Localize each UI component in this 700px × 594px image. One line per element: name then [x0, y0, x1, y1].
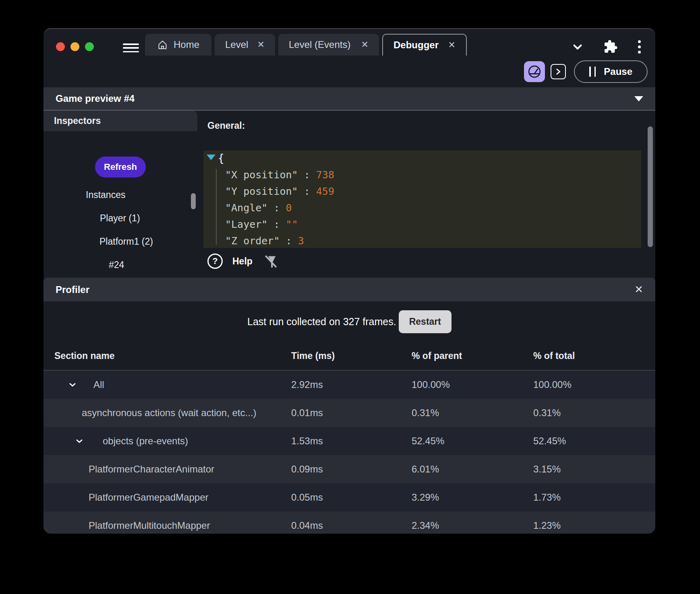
debugger-toolbar: Pause [43, 56, 655, 87]
kebab-icon [638, 40, 641, 43]
column-percent-total: % of total [533, 351, 655, 361]
column-time: Time (ms) [291, 351, 412, 361]
column-section-name: Section name [43, 351, 291, 361]
table-row: All 2.92ms 100.00% 100.00% [43, 371, 655, 399]
chevron-down-icon[interactable] [68, 380, 77, 390]
collapse-triangle-icon[interactable] [207, 155, 215, 160]
profiler-toggle-button[interactable] [524, 61, 545, 82]
tab-level-events[interactable]: Level (Events) ✕ [278, 34, 379, 56]
json-viewer: { "X position" : 738 "Y position" : 459 … [203, 151, 641, 248]
menu-icon[interactable] [123, 43, 139, 52]
close-icon[interactable]: ✕ [448, 40, 456, 50]
tree-item-instances[interactable]: Instances [43, 183, 197, 206]
json-lines: "X position" : 738 "Y position" : 459 "A… [225, 167, 334, 249]
close-icon[interactable]: ✕ [634, 283, 643, 296]
game-preview-header[interactable]: Game preview #4 [43, 87, 655, 111]
pause-label: Pause [604, 66, 632, 77]
gauge-icon [527, 64, 542, 79]
close-icon[interactable]: ✕ [257, 39, 265, 50]
tab-bar: Home Level ✕ Level (Events) ✕ Debugger ✕ [43, 29, 655, 56]
inspectors-scrollbar[interactable] [191, 193, 196, 209]
extensions-button[interactable] [603, 39, 618, 54]
close-icon[interactable]: ✕ [361, 39, 369, 50]
desktop-background: Home Level ✕ Level (Events) ✕ Debugger ✕ [0, 0, 700, 594]
game-preview-title: Game preview #4 [56, 93, 135, 104]
help-button[interactable]: Help [232, 256, 253, 267]
app-window: Home Level ✕ Level (Events) ✕ Debugger ✕ [43, 28, 655, 534]
traffic-light-close-button[interactable] [56, 42, 65, 51]
home-icon [157, 39, 168, 50]
tab-debugger[interactable]: Debugger ✕ [382, 34, 467, 56]
traffic-light-minimize-button[interactable] [70, 42, 79, 51]
table-row: asynchronous actions (wait action, etc..… [43, 399, 655, 427]
profiler-title: Profiler [56, 284, 89, 295]
chevron-down-icon[interactable] [75, 436, 84, 446]
table-row: objects (pre-events) 1.53ms 52.45% 52.45… [43, 427, 655, 455]
debugger-content: Inspectors Refresh Instances Player (1) … [43, 111, 655, 276]
profiler-header: Profiler ✕ [43, 278, 655, 301]
help-row: ? Help [207, 251, 278, 272]
profiler-status-text: Last run collected on 327 frames. [247, 316, 396, 328]
json-open-brace: { [218, 152, 224, 164]
puzzle-icon [603, 39, 618, 54]
inspectors-panel: Inspectors Refresh Instances Player (1) … [43, 111, 197, 276]
tab-label: Debugger [393, 39, 439, 51]
inspectors-header: Inspectors [43, 111, 197, 131]
tree-item-platform1[interactable]: Platform1 (2) [43, 230, 197, 253]
json-line: "Y position" : 459 [225, 183, 334, 200]
restart-button[interactable]: Restart [399, 310, 451, 333]
window-controls [56, 42, 94, 51]
tab-list: Home Level ✕ Level (Events) ✕ Debugger ✕ [145, 34, 470, 56]
inspectors-list: Refresh Instances Player (1) Platform1 (… [43, 131, 197, 276]
table-row: PlatformerGamepadMapper 0.05ms 3.29% 1.7… [43, 483, 655, 512]
indent-guide [216, 169, 217, 245]
json-line: "Angle" : 0 [225, 200, 334, 216]
pause-button[interactable]: Pause [574, 60, 648, 83]
table-header: Section name Time (ms) % of parent % of … [43, 342, 655, 371]
table-row: PlatformerMultitouchMapper 0.04ms 2.34% … [43, 512, 655, 534]
json-line: "Z order" : 3 [225, 233, 334, 249]
chevron-down-icon [570, 39, 586, 55]
tab-label: Level (Events) [289, 39, 350, 50]
help-icon: ? [207, 254, 223, 269]
tab-home[interactable]: Home [145, 34, 211, 56]
tab-label: Home [174, 39, 199, 50]
general-title: General: [207, 120, 655, 131]
json-line: "X position" : 738 [225, 167, 334, 183]
tree-item-instance-24[interactable]: #24 [43, 253, 197, 276]
tree-item-player[interactable]: Player (1) [43, 206, 197, 230]
chevron-down-button[interactable] [570, 39, 586, 55]
tab-label: Level [225, 39, 248, 50]
traffic-light-zoom-button[interactable] [85, 42, 94, 51]
more-options-button[interactable] [638, 40, 641, 54]
general-panel: General: { "X position" : 738 "Y positio… [197, 111, 655, 276]
console-button[interactable] [551, 64, 566, 79]
pin-off-icon[interactable] [262, 253, 278, 269]
titlebar-actions [570, 39, 655, 55]
chevron-right-icon [553, 66, 563, 77]
profiler-status-row: Last run collected on 327 frames. Restar… [43, 301, 655, 342]
table-row: PlatformerCharacterAnimator 0.09ms 6.01%… [43, 455, 655, 483]
main-scrollbar[interactable] [648, 126, 653, 247]
json-line: "Layer" : "" [225, 216, 334, 233]
column-percent-parent: % of parent [412, 351, 533, 361]
caret-down-icon[interactable] [634, 96, 643, 101]
refresh-button[interactable]: Refresh [95, 157, 146, 177]
inspectors-title: Inspectors [54, 116, 101, 126]
pause-icon [589, 66, 596, 77]
tab-level[interactable]: Level ✕ [215, 34, 275, 56]
